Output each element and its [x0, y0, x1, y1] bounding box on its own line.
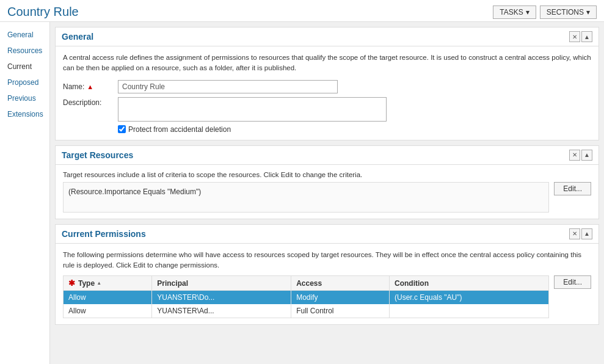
close-icon: ✕ [572, 151, 577, 158]
current-permissions-title: Current Permissions [62, 229, 146, 239]
target-resources-panel: Target Resources ✕ ▲ Target resources in… [55, 145, 599, 219]
permissions-table: ✱ Type ▲ Principal [64, 276, 548, 318]
target-resources-panel-header: Target Resources ✕ ▲ [56, 146, 599, 165]
sidebar-item-previous[interactable]: Previous [0, 90, 49, 106]
cell-condition-1 [389, 304, 548, 318]
general-panel-body: A central access rule defines the assign… [56, 46, 599, 140]
general-panel-header: General ✕ ▲ [56, 27, 599, 46]
general-panel: General ✕ ▲ A central access rule define… [55, 27, 599, 140]
target-resources-panel-icons: ✕ ▲ [569, 150, 592, 161]
cell-principal-0: YUANSTER\Do... [152, 291, 291, 305]
title-bar: Country Rule TASKS ▾ SECTIONS ▾ [0, 0, 604, 22]
table-header-row: ✱ Type ▲ Principal [64, 276, 548, 291]
sidebar-item-general[interactable]: General [0, 27, 49, 43]
current-permissions-panel-icons: ✕ ▲ [569, 228, 592, 239]
up-icon: ▲ [584, 230, 590, 237]
content-area: General ✕ ▲ A central access rule define… [50, 22, 604, 364]
permissions-edit-button[interactable]: Edit... [554, 275, 591, 289]
title-bar-buttons: TASKS ▾ SECTIONS ▾ [493, 5, 597, 19]
current-permissions-body: The following permissions determine who … [56, 244, 599, 325]
target-resources-title: Target Resources [62, 150, 133, 160]
main-layout: General Resources Current Proposed Previ… [0, 22, 604, 364]
cell-principal-1: YUANSTER\Ad... [152, 304, 291, 318]
permissions-edit-wrap: Edit... [554, 275, 591, 289]
required-star-type: ✱ [68, 278, 75, 288]
name-input[interactable] [118, 80, 338, 93]
sidebar-item-resources[interactable]: Resources [0, 43, 49, 59]
sidebar-item-proposed[interactable]: Proposed [0, 75, 49, 90]
name-field-row: Name: ▲ [63, 80, 591, 93]
cell-type-1: Allow [64, 304, 152, 318]
general-info-text: A central access rule defines the assign… [63, 53, 591, 74]
general-collapse-button[interactable]: ▲ [581, 31, 592, 42]
description-row: Description: [63, 97, 591, 122]
permissions-table-wrap: ✱ Type ▲ Principal [63, 275, 549, 318]
description-label: Description: [63, 97, 118, 107]
sections-button[interactable]: SECTIONS ▾ [540, 5, 597, 19]
cell-access-0: Modify [291, 291, 390, 305]
sidebar-item-extensions[interactable]: Extensions [0, 106, 49, 122]
permissions-content: ✱ Type ▲ Principal [63, 275, 591, 318]
target-criteria-row: (Resource.Importance Equals "Medium") Ed… [63, 182, 591, 213]
cell-access-1: Full Control [291, 304, 390, 318]
name-label: Name: ▲ [63, 82, 118, 91]
page-title: Country Rule [7, 5, 79, 19]
target-criteria-text: (Resource.Importance Equals "Medium") [68, 187, 201, 196]
general-panel-icons: ✕ ▲ [569, 31, 592, 42]
description-textarea[interactable] [118, 97, 387, 122]
protect-checkbox-label: Protect from accidental deletion [128, 125, 231, 134]
protect-checkbox[interactable] [118, 125, 126, 133]
permissions-table-container: ✱ Type ▲ Principal [63, 275, 549, 318]
target-resources-body: Target resources include a list of crite… [56, 165, 599, 219]
current-permissions-panel-header: Current Permissions ✕ ▲ [56, 225, 599, 244]
table-row[interactable]: AllowYUANSTER\Ad...Full Control [64, 304, 548, 318]
target-close-button[interactable]: ✕ [569, 150, 580, 161]
up-icon: ▲ [584, 151, 590, 158]
close-icon: ✕ [572, 230, 577, 237]
th-principal: Principal [152, 276, 291, 291]
required-star: ▲ [87, 83, 93, 90]
th-condition: Condition [389, 276, 548, 291]
cell-condition-0: (User.c Equals "AU") [389, 291, 548, 305]
th-type: ✱ Type ▲ [64, 276, 152, 291]
sort-icon-type: ▲ [96, 280, 101, 286]
tasks-chevron-icon: ▾ [526, 8, 529, 16]
up-icon: ▲ [584, 34, 590, 40]
target-criteria-box: (Resource.Importance Equals "Medium") [63, 182, 549, 213]
sidebar: General Resources Current Proposed Previ… [0, 22, 50, 364]
sidebar-item-current[interactable]: Current [0, 59, 49, 75]
current-permissions-panel: Current Permissions ✕ ▲ The following pe… [55, 224, 599, 326]
target-collapse-button[interactable]: ▲ [581, 150, 592, 161]
permissions-collapse-button[interactable]: ▲ [581, 228, 592, 239]
close-icon: ✕ [572, 34, 577, 40]
permissions-close-button[interactable]: ✕ [569, 228, 580, 239]
general-close-button[interactable]: ✕ [569, 31, 580, 42]
protect-checkbox-row: Protect from accidental deletion [118, 125, 591, 134]
tasks-button[interactable]: TASKS ▾ [493, 5, 536, 19]
cell-type-0: Allow [64, 291, 152, 305]
table-row[interactable]: AllowYUANSTER\Do...Modify(User.c Equals … [64, 291, 548, 305]
permissions-info-text: The following permissions determine who … [63, 250, 591, 271]
target-edit-button[interactable]: Edit... [554, 182, 591, 195]
th-access: Access [291, 276, 390, 291]
sections-chevron-icon: ▾ [586, 8, 590, 16]
general-panel-title: General [62, 32, 93, 42]
target-info-text: Target resources include a list of crite… [63, 171, 591, 178]
